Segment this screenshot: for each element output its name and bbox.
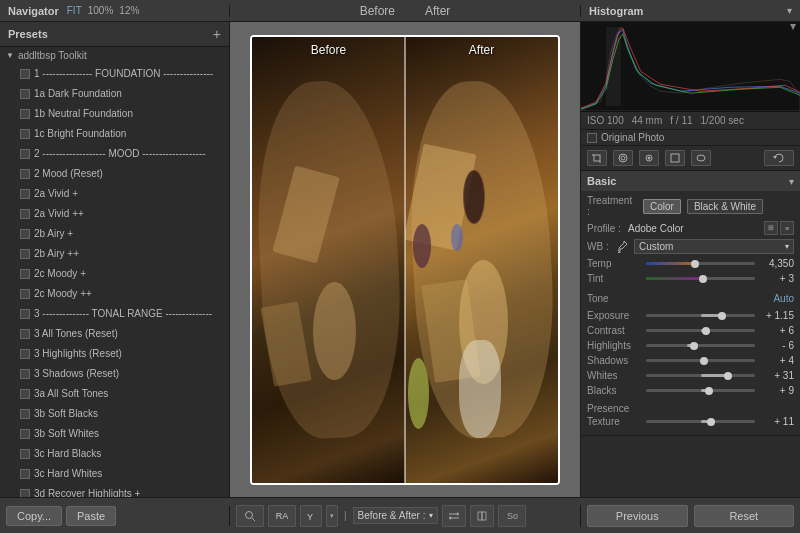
RA-display-btn[interactable]: RA	[268, 505, 296, 527]
list-item[interactable]: 2c Moody ++	[0, 284, 229, 304]
graduated-tool-btn[interactable]	[665, 150, 685, 166]
copy-button[interactable]: Copy...	[6, 506, 62, 526]
temp-thumb[interactable]	[691, 260, 699, 268]
list-item[interactable]: 3b Soft Whites	[0, 424, 229, 444]
list-item[interactable]: 3a All Soft Tones	[0, 384, 229, 404]
layout-btn[interactable]: So	[498, 505, 526, 527]
preset-item-icon	[20, 489, 30, 497]
redeye-tool-btn[interactable]	[639, 150, 659, 166]
eyedropper-icon[interactable]	[616, 240, 630, 254]
basic-section-header[interactable]: Basic ▾	[581, 171, 800, 191]
list-item[interactable]: 1 --------------- FOUNDATION -----------…	[0, 64, 229, 84]
svg-point-15	[246, 511, 253, 518]
before-tab[interactable]: Before	[360, 4, 395, 18]
fit-label[interactable]: FIT	[67, 5, 82, 16]
list-item[interactable]: 2a Vivid +	[0, 184, 229, 204]
histogram-chart	[581, 22, 800, 111]
list-item[interactable]: 3 Highlights (Reset)	[0, 344, 229, 364]
preset-item-icon	[20, 109, 30, 119]
texture-thumb[interactable]	[707, 418, 715, 426]
highlights-thumb[interactable]	[690, 342, 698, 350]
healing-tool-btn[interactable]	[613, 150, 633, 166]
blacks-value: + 9	[759, 385, 794, 396]
list-item[interactable]: 2 Mood (Reset)	[0, 164, 229, 184]
expand-btn[interactable]	[470, 505, 494, 527]
blacks-thumb[interactable]	[705, 387, 713, 395]
presets-title: Presets	[8, 28, 48, 40]
contrast-slider[interactable]	[646, 329, 755, 332]
color-treatment-btn[interactable]: Color	[643, 199, 681, 214]
highlights-slider[interactable]	[646, 344, 755, 347]
preset-item-icon	[20, 369, 30, 379]
loupe-tool-btn[interactable]	[236, 505, 264, 527]
wb-label: WB :	[587, 241, 612, 252]
preset-group-header[interactable]: ▼ addltbsp Toolkit	[0, 47, 229, 64]
list-item[interactable]: 1a Dark Foundation	[0, 84, 229, 104]
list-item[interactable]: 3 Shadows (Reset)	[0, 364, 229, 384]
list-item[interactable]: 3d Recover Highlights +	[0, 484, 229, 497]
preset-item-icon	[20, 289, 30, 299]
list-item[interactable]: 1b Neutral Foundation	[0, 104, 229, 124]
add-preset-icon[interactable]: +	[213, 26, 221, 42]
crop-tool-btn[interactable]	[587, 150, 607, 166]
paste-button[interactable]: Paste	[66, 506, 116, 526]
texture-value: + 11	[759, 416, 794, 427]
whites-slider[interactable]	[646, 374, 755, 377]
previous-button[interactable]: Previous	[587, 505, 688, 527]
list-item[interactable]: 3 All Tones (Reset)	[0, 324, 229, 344]
reset-tool-btn[interactable]	[764, 150, 794, 166]
texture-row: Texture + 11	[587, 416, 794, 427]
aperture-value: f / 11	[670, 115, 692, 126]
wb-dropdown[interactable]: Custom ▾	[634, 239, 794, 254]
tint-thumb[interactable]	[699, 275, 707, 283]
original-photo-checkbox[interactable]	[587, 133, 597, 143]
shadows-slider[interactable]	[646, 359, 755, 362]
list-item[interactable]: 2 ------------------- MOOD -------------…	[0, 144, 229, 164]
blacks-slider[interactable]	[646, 389, 755, 392]
profile-icon-list[interactable]: ≡	[780, 221, 794, 235]
list-item[interactable]: 1c Bright Foundation	[0, 124, 229, 144]
histogram-title: Histogram	[589, 5, 643, 17]
preset-item-icon	[20, 409, 30, 419]
presets-list[interactable]: ▼ addltbsp Toolkit 1 --------------- FOU…	[0, 47, 229, 497]
blacks-row: Blacks + 9	[587, 385, 794, 396]
temp-slider[interactable]	[646, 262, 755, 265]
radial-tool-btn[interactable]	[691, 150, 711, 166]
shadows-label: Shadows	[587, 355, 642, 366]
exposure-thumb[interactable]	[718, 312, 726, 320]
presence-label: Presence	[587, 400, 794, 416]
auto-btn[interactable]: Auto	[773, 293, 794, 304]
before-after-selector[interactable]: Before & After : ▾	[353, 507, 439, 524]
reset-button[interactable]: Reset	[694, 505, 795, 527]
wb-row: WB : Custom ▾	[587, 239, 794, 254]
navigator-bar: Navigator FIT 100% 12%	[0, 5, 230, 17]
texture-slider[interactable]	[646, 420, 755, 423]
after-tab[interactable]: After	[425, 4, 450, 18]
list-item[interactable]: 2b Airy ++	[0, 244, 229, 264]
list-item[interactable]: 3b Soft Blacks	[0, 404, 229, 424]
whites-thumb[interactable]	[724, 372, 732, 380]
dropdown-btn[interactable]: ▾	[326, 505, 338, 527]
contrast-value: + 6	[759, 325, 794, 336]
bw-treatment-btn[interactable]: Black & White	[687, 199, 763, 214]
shadows-thumb[interactable]	[700, 357, 708, 365]
tint-slider[interactable]	[646, 277, 755, 280]
contrast-thumb[interactable]	[702, 327, 710, 335]
temp-label: Temp	[587, 258, 642, 269]
basic-triangle-icon: ▾	[789, 176, 794, 187]
list-item[interactable]: 2a Vivid ++	[0, 204, 229, 224]
list-item[interactable]: 2b Airy +	[0, 224, 229, 244]
right-panel-scroll[interactable]: Basic ▾ Treatment : Color Black & White …	[581, 171, 800, 497]
list-item[interactable]: 3c Hard Blacks	[0, 444, 229, 464]
list-item[interactable]: 2c Moody +	[0, 264, 229, 284]
focal-value: 44 mm	[632, 115, 663, 126]
swap-btn[interactable]	[442, 505, 466, 527]
list-item[interactable]: 3 -------------- TONAL RANGE -----------…	[0, 304, 229, 324]
bottom-right-toolbar: Previous Reset	[580, 505, 800, 527]
exposure-slider[interactable]	[646, 314, 755, 317]
profile-icon-grid[interactable]: ⊞	[764, 221, 778, 235]
preset-item-icon	[20, 389, 30, 399]
y-display-btn[interactable]: Y	[300, 505, 322, 527]
list-item[interactable]: 3c Hard Whites	[0, 464, 229, 484]
bottom-toolbar: Copy... Paste RA Y ▾ | Before & After : …	[0, 497, 800, 533]
